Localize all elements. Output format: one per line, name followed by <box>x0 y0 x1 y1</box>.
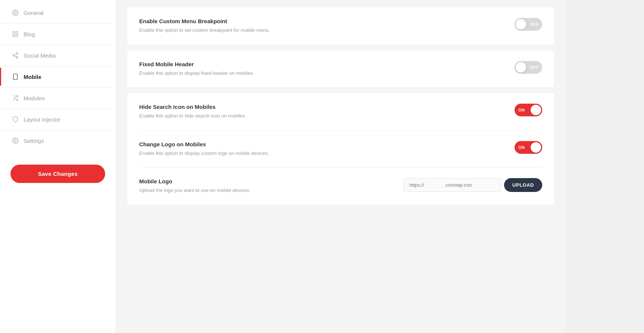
sidebar-item-general-label: General <box>24 10 43 16</box>
sidebar-item-mobile[interactable]: Mobile <box>0 68 116 86</box>
setting-row-fixed-mobile-header: Fixed Mobile Header Enable this option t… <box>139 61 542 77</box>
sidebar-item-modules[interactable]: Modules <box>0 89 116 107</box>
setting-title-mobile-logo: Mobile Logo <box>139 178 389 184</box>
setting-desc-custom-menu-breakpoint: Enable this option to set custom breakpo… <box>139 27 500 34</box>
sidebar-item-blog-label: Blog <box>24 31 35 37</box>
toggle-knob-custom-menu-breakpoint <box>516 19 526 30</box>
setting-title-fixed-mobile-header: Fixed Mobile Header <box>139 61 500 67</box>
modules-icon <box>12 94 19 102</box>
svg-rect-10 <box>13 74 18 80</box>
setting-title-change-logo: Change Logo on Mobiles <box>139 141 500 147</box>
divider-2 <box>0 45 116 45</box>
setting-info-change-logo: Change Logo on Mobiles Enable this optio… <box>139 141 515 157</box>
setting-desc-change-logo: Enable this option to display custom log… <box>139 150 500 157</box>
toggle-knob-hide-search <box>531 105 541 115</box>
card-fixed-mobile-header: Fixed Mobile Header Enable this option t… <box>127 51 554 88</box>
toggle-knob-change-logo <box>531 142 541 153</box>
divider-5 <box>0 109 116 109</box>
toggle-hide-search[interactable]: ON <box>515 104 542 116</box>
sidebar-item-blog[interactable]: Blog <box>0 25 116 43</box>
setting-desc-fixed-mobile-header: Enable this option to display fixed head… <box>139 70 500 77</box>
sidebar-item-general[interactable]: General <box>0 4 116 22</box>
main-content: Enable Custom Menu Breakpoint Enable thi… <box>116 0 565 333</box>
toggle-change-logo[interactable]: ON <box>515 141 542 154</box>
setting-title-custom-menu-breakpoint: Enable Custom Menu Breakpoint <box>139 18 500 24</box>
upload-row: UPLOAD <box>404 178 542 192</box>
svg-point-5 <box>16 53 18 55</box>
svg-point-14 <box>15 140 16 142</box>
setting-row-hide-search: Hide Search Icon on Mobiles Enable this … <box>139 104 542 120</box>
setting-row-custom-menu-breakpoint: Enable Custom Menu Breakpoint Enable thi… <box>139 18 542 34</box>
setting-row-mobile-logo: Mobile Logo Upload the logo you want to … <box>139 167 542 194</box>
sidebar-item-layout-injector-label: Layout Injector <box>24 116 60 123</box>
toggle-custom-menu-breakpoint[interactable]: OFF <box>515 18 542 31</box>
toggle-label-fixed-mobile-header: OFF <box>530 65 539 70</box>
save-button-wrapper: Save Changes <box>0 156 116 192</box>
divider-3 <box>0 66 116 66</box>
toggle-label-custom-menu-breakpoint: OFF <box>530 22 539 27</box>
svg-point-0 <box>15 12 16 14</box>
setting-desc-mobile-logo: Upload the logo you want to use on mobil… <box>139 187 389 194</box>
setting-control-custom-menu-breakpoint: OFF <box>515 18 542 31</box>
sidebar: General Blog Social Media Mobile Modules <box>0 0 116 333</box>
svg-rect-4 <box>16 35 18 37</box>
sidebar-item-settings-label: Settings <box>24 138 44 144</box>
sidebar-item-modules-label: Modules <box>24 95 45 101</box>
layout-injector-icon <box>12 116 19 123</box>
sidebar-item-social-media[interactable]: Social Media <box>0 46 116 64</box>
setting-control-mobile-logo: UPLOAD <box>404 178 542 192</box>
toggle-label-hide-search: ON <box>518 108 525 112</box>
svg-line-9 <box>14 54 16 55</box>
setting-row-change-logo: Change Logo on Mobiles Enable this optio… <box>139 130 542 157</box>
svg-line-8 <box>14 56 16 57</box>
svg-line-13 <box>16 99 18 101</box>
mobile-icon <box>12 73 19 80</box>
blog-icon <box>12 30 19 38</box>
divider-1 <box>0 23 116 24</box>
sidebar-item-social-media-label: Social Media <box>24 52 56 59</box>
svg-point-6 <box>13 55 15 56</box>
svg-rect-1 <box>13 31 15 33</box>
toggle-knob-fixed-mobile-header <box>516 62 526 73</box>
setting-control-hide-search: ON <box>515 104 542 116</box>
card-search-logo: Hide Search Icon on Mobiles Enable this … <box>127 93 554 205</box>
mobile-logo-url-input[interactable] <box>404 178 501 192</box>
upload-button[interactable]: UPLOAD <box>504 178 542 192</box>
toggle-label-change-logo: ON <box>518 145 525 150</box>
setting-control-fixed-mobile-header: OFF <box>515 61 542 74</box>
svg-point-7 <box>16 56 18 58</box>
setting-info-mobile-logo: Mobile Logo Upload the logo you want to … <box>139 178 404 194</box>
svg-rect-2 <box>16 31 18 33</box>
setting-desc-hide-search: Enable this option to hide search icon o… <box>139 112 500 120</box>
toggle-fixed-mobile-header[interactable]: OFF <box>515 61 542 74</box>
gear-icon <box>12 9 19 16</box>
sidebar-item-mobile-label: Mobile <box>24 74 42 80</box>
setting-info-fixed-mobile-header: Fixed Mobile Header Enable this option t… <box>139 61 515 77</box>
divider-4 <box>0 87 116 88</box>
card-custom-menu-breakpoint: Enable Custom Menu Breakpoint Enable thi… <box>127 7 554 45</box>
svg-rect-3 <box>13 35 15 37</box>
setting-info-custom-menu-breakpoint: Enable Custom Menu Breakpoint Enable thi… <box>139 18 515 34</box>
settings-icon <box>12 137 19 144</box>
sidebar-item-layout-injector[interactable]: Layout Injector <box>0 110 116 128</box>
save-changes-button[interactable]: Save Changes <box>10 165 105 183</box>
sidebar-item-settings[interactable]: Settings <box>0 132 116 150</box>
divider-6 <box>0 130 116 130</box>
setting-info-hide-search: Hide Search Icon on Mobiles Enable this … <box>139 104 515 120</box>
social-media-icon <box>12 52 19 59</box>
setting-title-hide-search: Hide Search Icon on Mobiles <box>139 104 500 110</box>
setting-control-change-logo: ON <box>515 141 542 154</box>
right-panel <box>565 0 644 333</box>
